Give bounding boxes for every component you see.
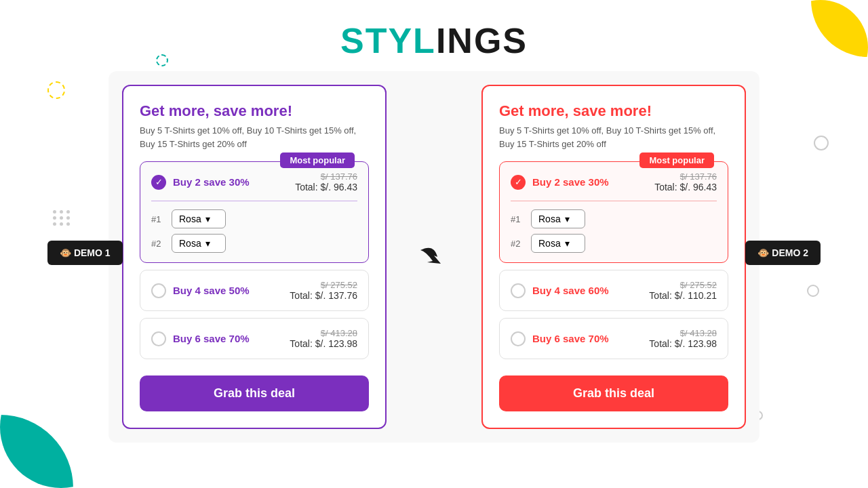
deco-teal-corner [0,366,122,488]
card2-badge: Most popular [639,152,714,168]
card2-option1-total: Total: $/. 96.43 [654,182,717,192]
logo-style: STYL [340,21,436,60]
card1-selector2-value: Rosa [179,238,201,249]
card1-option2-label: Buy 4 save 50% [173,285,250,296]
card1-badge: Most popular [280,152,355,168]
card2-grab-button[interactable]: Grab this deal [499,375,728,411]
card1-selector-row1: #1 Rosa ▾ [151,209,357,228]
card2-option2-total: Total: $/. 110.21 [649,290,717,301]
card1-option3-original: $/ 413.28 [290,328,357,338]
card-purple: Get more, save more! Buy 5 T-Shirts get … [122,85,387,429]
logo-ings: INGS [436,21,528,60]
card1-subtitle: Buy 5 T-Shirts get 10% off, Buy 10 T-Shi… [140,124,369,150]
card2-option2-radio [511,283,526,298]
card2-title: Get more, save more! [499,102,728,120]
card2-selector1-chevron: ▾ [565,214,570,224]
card1-selector2-dropdown[interactable]: Rosa ▾ [172,234,226,253]
card1-option2[interactable]: Buy 4 save 50% $/ 275.52 Total: $/. 137.… [140,270,369,311]
arrow-divider [414,237,454,277]
card2-option1-original: $/ 137.76 [654,171,717,182]
deco-circle-r2 [807,285,819,297]
logo: STYLINGS [0,20,868,61]
card1-option2-radio [151,283,166,298]
card1-option2-original: $/ 275.52 [290,280,357,290]
card1-option3[interactable]: Buy 6 save 70% $/ 413.28 Total: $/. 123.… [140,318,369,359]
deco-circle-r1 [814,136,829,150]
card1-option1-divider [151,201,357,201]
deco-dots [53,210,71,226]
card1-selector-row2: #2 Rosa ▾ [151,234,357,253]
card1-title: Get more, save more! [140,102,369,120]
card1-selector1-num: #1 [151,214,165,224]
card1-option3-radio [151,331,166,346]
card2-option3-total: Total: $/. 123.98 [649,338,717,349]
card1-option2-total: Total: $/. 137.76 [290,290,357,301]
card1-selector1-chevron: ▾ [205,214,210,224]
card2-option1-selectors: #1 Rosa ▾ #2 Rosa ▾ [511,209,717,253]
card1-option1-label: Buy 2 save 30% [173,176,250,188]
card2-option1[interactable]: Most popular ✓ Buy 2 save 30% $/ 137.76 … [499,161,728,263]
header: STYLINGS [0,0,868,61]
card2-option1-check: ✓ [511,175,526,190]
card2-option3[interactable]: Buy 6 save 70% $/ 413.28 Total: $/. 123.… [499,318,728,359]
main-container: Get more, save more! Buy 5 T-Shirts get … [108,71,760,443]
card2-option1-label: Buy 2 save 30% [532,176,609,188]
card2-option2-label: Buy 4 save 60% [532,285,609,296]
card1-option1-original: $/ 137.76 [295,171,357,182]
card1-option1-check: ✓ [151,175,166,190]
card1-option1-selectors: #1 Rosa ▾ #2 Rosa ▾ [151,209,357,253]
card2-selector-row1: #1 Rosa ▾ [511,209,717,228]
card2-selector2-num: #2 [511,239,524,249]
card-red: Get more, save more! Buy 5 T-Shirts get … [481,85,746,429]
card1-selector1-value: Rosa [179,214,201,224]
card1-selector1-dropdown[interactable]: Rosa ▾ [172,209,226,228]
card2-option1-divider [511,201,717,201]
card2-selector2-dropdown[interactable]: Rosa ▾ [531,234,585,253]
card2-option2[interactable]: Buy 4 save 60% $/ 275.52 Total: $/. 110.… [499,270,728,311]
card1-option3-total: Total: $/. 123.98 [290,338,357,349]
card2-selector2-value: Rosa [538,238,561,249]
card2-selector-row2: #2 Rosa ▾ [511,234,717,253]
card2-option3-radio [511,331,526,346]
card2-selector1-value: Rosa [538,214,561,224]
demo1-button[interactable]: 🐵 DEMO 1 [47,241,123,265]
card1-selector2-chevron: ▾ [205,238,210,249]
card2-option3-original: $/ 413.28 [649,328,717,338]
card1-option1[interactable]: Most popular ✓ Buy 2 save 30% $/ 137.76 … [140,161,369,263]
card2-subtitle: Buy 5 T-Shirts get 10% off, Buy 10 T-Shi… [499,124,728,150]
card2-selector1-dropdown[interactable]: Rosa ▾ [531,209,585,228]
deco-circle-tl2 [47,81,65,99]
demo2-button[interactable]: 🐵 DEMO 2 [745,241,821,265]
card1-option1-total: Total: $/. 96.43 [295,182,357,192]
card2-selector2-chevron: ▾ [565,238,570,249]
card1-option3-label: Buy 6 save 70% [173,333,250,344]
card2-selector1-num: #1 [511,214,524,224]
card2-option2-original: $/ 275.52 [649,280,717,290]
card2-option3-label: Buy 6 save 70% [532,333,609,344]
card1-grab-button[interactable]: Grab this deal [140,375,369,411]
card1-selector2-num: #2 [151,239,165,249]
